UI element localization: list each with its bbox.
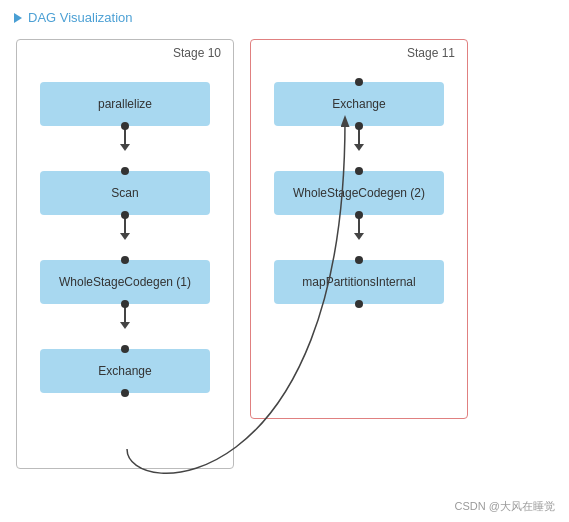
stage-10-box: Stage 10 parallelize Scan — [16, 39, 234, 469]
header: DAG Visualization — [0, 0, 569, 31]
node-wholestagecodegen-2[interactable]: WholeStageCodegen (2) — [274, 171, 444, 215]
node-wholestagecodegen-1[interactable]: WholeStageCodegen (1) — [40, 260, 210, 304]
node-exchange-10[interactable]: Exchange — [40, 349, 210, 393]
node-parallelize[interactable]: parallelize — [40, 82, 210, 126]
node-parallelize-label: parallelize — [98, 97, 152, 111]
node-exchange-10-label: Exchange — [98, 364, 151, 378]
dag-container: Stage 10 parallelize Scan — [0, 31, 569, 513]
node-exchange-11-label: Exchange — [332, 97, 385, 111]
node-exchange-11[interactable]: Exchange — [274, 82, 444, 126]
watermark: CSDN @大风在睡觉 — [455, 499, 555, 514]
node-scan[interactable]: Scan — [40, 171, 210, 215]
node-mappartitionsinternal-label: mapPartitionsInternal — [302, 275, 415, 289]
stage-11-box: Stage 11 Exchange WholeStageCodegen (2) — [250, 39, 468, 419]
stage-11-label: Stage 11 — [407, 46, 455, 60]
stage-10-label: Stage 10 — [173, 46, 221, 60]
node-wholestagecodegen-1-label: WholeStageCodegen (1) — [59, 275, 191, 289]
node-scan-label: Scan — [111, 186, 138, 200]
node-mappartitionsinternal[interactable]: mapPartitionsInternal — [274, 260, 444, 304]
triangle-icon — [14, 13, 22, 23]
header-title: DAG Visualization — [28, 10, 133, 25]
node-wholestagecodegen-2-label: WholeStageCodegen (2) — [293, 186, 425, 200]
